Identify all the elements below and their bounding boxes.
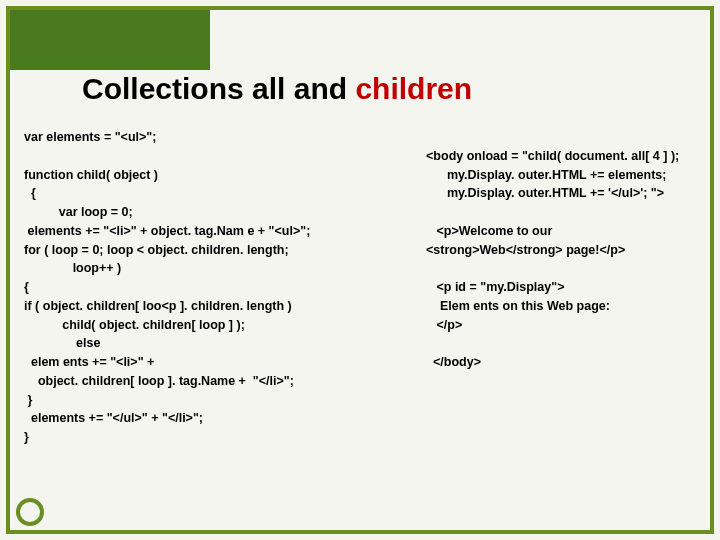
code-right-column: <body onload = "child( document. all[ 4 …: [426, 128, 694, 447]
title-children: children: [355, 72, 472, 105]
code-left-column: var elements = "<ul>"; function child( o…: [24, 128, 416, 447]
frame-bottom: [6, 530, 714, 534]
title-pre: Collections: [82, 72, 252, 105]
decorative-circle-icon: [16, 498, 44, 526]
title-all: all: [252, 72, 285, 105]
frame-left: [6, 6, 10, 534]
content-area: var elements = "<ul>"; function child( o…: [24, 128, 694, 447]
frame-right: [710, 6, 714, 534]
slide-title: Collections all and children: [82, 72, 472, 106]
header-block: [10, 10, 210, 70]
title-and: and: [285, 72, 355, 105]
